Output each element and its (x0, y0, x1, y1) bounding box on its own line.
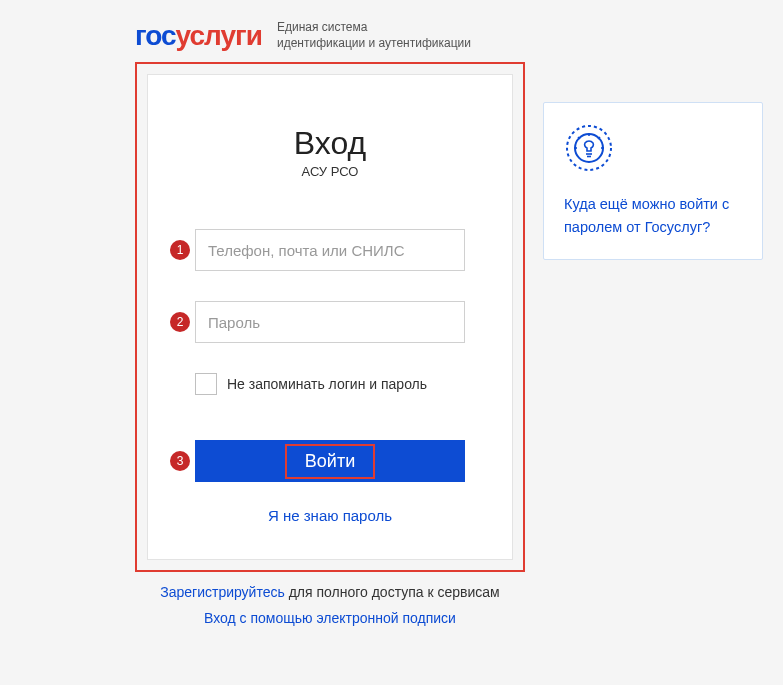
register-link[interactable]: Зарегистрируйтесь (160, 584, 285, 600)
login-field-row: 1 (178, 229, 482, 271)
footer-links: Зарегистрируйтесь для полного доступа к … (135, 584, 525, 626)
dont-remember-row: Не запоминать логин и пароль (195, 373, 465, 395)
esign-link[interactable]: Вход с помощью электронной подписи (204, 610, 456, 626)
forgot-password-link[interactable]: Я не знаю пароль (268, 507, 392, 524)
login-button-label: Войти (285, 444, 375, 479)
register-line: Зарегистрируйтесь для полного доступа к … (135, 584, 525, 600)
svg-point-0 (567, 126, 611, 170)
annotation-badge-1: 1 (170, 240, 190, 260)
dont-remember-checkbox[interactable] (195, 373, 217, 395)
tagline-line1: Единая система (277, 20, 471, 36)
logo-part-gos: гос (135, 20, 176, 51)
password-field-row: 2 (178, 301, 482, 343)
header: госуслуги Единая система идентификации и… (135, 20, 783, 52)
tagline: Единая система идентификации и аутентифи… (277, 20, 471, 51)
lightbulb-icon (564, 123, 614, 173)
help-link[interactable]: Куда ещё можно войти с паролем от Госусл… (564, 196, 729, 235)
help-sidebar: Куда ещё можно войти с паролем от Госусл… (543, 102, 763, 260)
login-card: Вход АСУ РСО 1 2 Не запоминать логин и п… (147, 74, 513, 560)
logo-part-uslugi: услуги (176, 20, 262, 51)
login-subtitle: АСУ РСО (302, 164, 359, 179)
annotation-outline: Вход АСУ РСО 1 2 Не запоминать логин и п… (135, 62, 525, 572)
annotation-badge-3: 3 (170, 451, 190, 471)
login-input[interactable] (195, 229, 465, 271)
annotation-badge-2: 2 (170, 312, 190, 332)
gosuslugi-logo: госуслуги (135, 20, 262, 52)
password-input[interactable] (195, 301, 465, 343)
dont-remember-label: Не запоминать логин и пароль (227, 376, 427, 392)
login-button[interactable]: Войти (195, 440, 465, 482)
esign-line: Вход с помощью электронной подписи (135, 610, 525, 626)
tagline-line2: идентификации и аутентификации (277, 36, 471, 52)
register-rest: для полного доступа к сервисам (285, 584, 500, 600)
submit-row: 3 Войти (178, 440, 482, 482)
login-title: Вход (294, 125, 366, 162)
